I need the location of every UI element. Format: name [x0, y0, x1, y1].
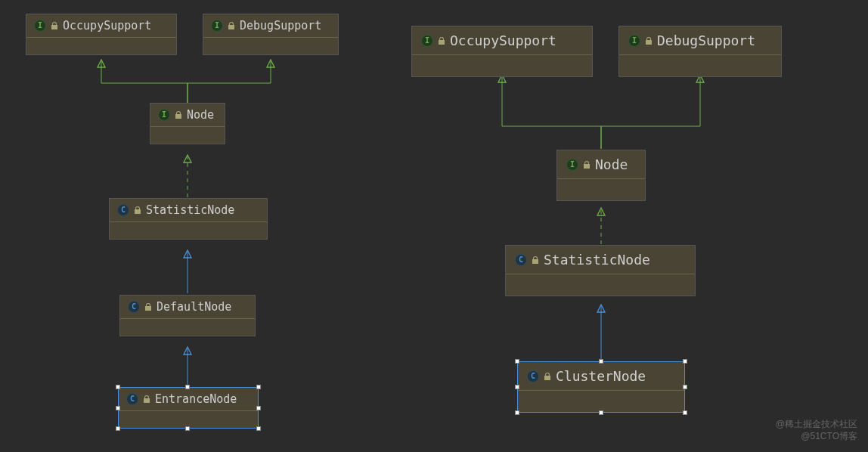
- box-cluster-node-right[interactable]: CClusterNode: [517, 361, 685, 413]
- resize-handle[interactable]: [185, 426, 190, 431]
- label: Node: [595, 156, 628, 172]
- box-entrance-node-left[interactable]: CEntranceNode: [118, 387, 259, 429]
- resize-handle[interactable]: [116, 406, 120, 410]
- lock-icon: [134, 206, 141, 214]
- resize-handle[interactable]: [683, 359, 687, 364]
- box-debug-support-right[interactable]: IDebugSupport: [618, 26, 782, 77]
- interface-icon: I: [211, 20, 223, 32]
- lock-icon: [143, 395, 150, 403]
- resize-handle[interactable]: [116, 385, 120, 389]
- interface-icon: I: [566, 159, 578, 171]
- class-icon: C: [128, 301, 140, 313]
- resize-handle[interactable]: [599, 359, 603, 364]
- resize-handle[interactable]: [185, 385, 190, 389]
- label: Node: [187, 108, 214, 122]
- watermark-top: @稀土掘金技术社区: [776, 418, 857, 431]
- resize-handle[interactable]: [515, 410, 519, 415]
- resize-handle[interactable]: [599, 410, 603, 415]
- label: StatisticNode: [544, 252, 650, 268]
- label: OccupySupport: [63, 19, 151, 33]
- box-debug-support-left[interactable]: IDebugSupport: [203, 14, 339, 55]
- resize-handle[interactable]: [256, 385, 261, 389]
- resize-handle[interactable]: [683, 385, 687, 389]
- lock-icon: [583, 161, 591, 169]
- lock-icon: [438, 37, 445, 45]
- label: StatisticNode: [146, 203, 234, 217]
- label: DefaultNode: [157, 300, 231, 314]
- interface-icon: I: [628, 35, 640, 47]
- label: OccupySupport: [450, 33, 556, 48]
- interface-icon: I: [158, 109, 170, 121]
- resize-handle[interactable]: [116, 426, 120, 431]
- class-icon: C: [515, 254, 527, 266]
- watermark-bottom: @51CTO博客: [801, 430, 857, 443]
- class-icon: C: [117, 204, 129, 216]
- label: DebugSupport: [657, 33, 755, 48]
- lock-icon: [544, 373, 551, 380]
- lock-icon: [228, 22, 235, 29]
- resize-handle[interactable]: [256, 406, 261, 410]
- label: DebugSupport: [240, 19, 321, 33]
- box-statistic-node-left[interactable]: CStatisticNode: [109, 198, 268, 240]
- label: ClusterNode: [556, 368, 646, 384]
- label: EntranceNode: [155, 392, 237, 406]
- box-default-node-left[interactable]: CDefaultNode: [119, 295, 256, 336]
- resize-handle[interactable]: [683, 410, 687, 415]
- class-icon: C: [527, 370, 539, 382]
- interface-icon: I: [421, 35, 433, 47]
- box-occupy-support-right[interactable]: IOccupySupport: [411, 26, 593, 77]
- lock-icon: [645, 37, 653, 45]
- resize-handle[interactable]: [515, 359, 519, 364]
- resize-handle[interactable]: [256, 426, 261, 431]
- lock-icon: [175, 111, 182, 119]
- resize-handle[interactable]: [515, 385, 519, 389]
- box-occupy-support-left[interactable]: IOccupySupport: [26, 14, 177, 55]
- lock-icon: [532, 256, 539, 264]
- box-statistic-node-right[interactable]: CStatisticNode: [505, 245, 696, 296]
- lock-icon: [144, 303, 152, 311]
- lock-icon: [51, 22, 58, 29]
- interface-icon: I: [34, 20, 46, 32]
- box-node-right[interactable]: INode: [556, 150, 646, 201]
- box-node-left[interactable]: INode: [150, 103, 225, 144]
- class-icon: C: [126, 393, 138, 405]
